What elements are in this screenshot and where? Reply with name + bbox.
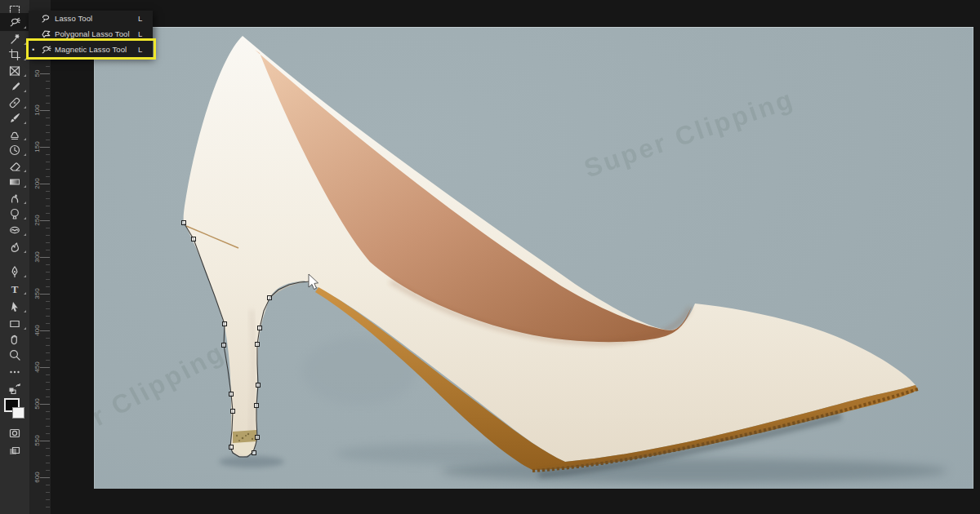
background-color-swatch[interactable] bbox=[12, 407, 24, 419]
hand-tool-icon[interactable] bbox=[0, 331, 29, 348]
menu-item-magnetic-lasso-tool[interactable]: ▪ Magnetic Lasso Tool L bbox=[29, 42, 153, 57]
ruler-label: 600 bbox=[33, 468, 42, 486]
ruler-label: 400 bbox=[33, 321, 42, 339]
shoe-image: Super Clipping Super Clipping bbox=[94, 27, 973, 489]
watermark-text: Super Clipping bbox=[94, 337, 229, 466]
brush-tool-icon[interactable] bbox=[0, 110, 29, 126]
clone-stamp-tool-icon[interactable] bbox=[0, 126, 29, 143]
swap-colors-icon[interactable] bbox=[0, 380, 29, 397]
type-tool-icon[interactable]: T bbox=[0, 281, 29, 297]
lasso-tool-icon[interactable] bbox=[0, 13, 29, 31]
ruler-label: 550 bbox=[33, 432, 42, 450]
more-options-icon[interactable] bbox=[0, 364, 29, 380]
gradient-tool-icon[interactable] bbox=[0, 174, 29, 190]
screen-mode-icon[interactable] bbox=[0, 443, 29, 459]
menu-item-polygonal-lasso-tool[interactable]: Polygonal Lasso Tool L bbox=[29, 26, 153, 42]
vertical-ruler[interactable]: 50 100 150 200 250 300 350 400 450 500 5… bbox=[29, 0, 51, 514]
pen-tool-icon[interactable] bbox=[0, 264, 29, 280]
ruler-label: 200 bbox=[33, 175, 42, 193]
smudge-tool-icon[interactable] bbox=[0, 190, 29, 206]
eyedropper-tool-icon[interactable] bbox=[0, 78, 29, 95]
path-select-tool-icon[interactable] bbox=[0, 299, 29, 315]
quick-mask-icon[interactable] bbox=[0, 425, 29, 441]
menu-item-label: Polygonal Lasso Tool bbox=[55, 29, 138, 38]
healing-brush-tool-icon[interactable] bbox=[0, 95, 29, 111]
watermark-text: Super Clipping bbox=[581, 84, 799, 184]
tool-bar: T bbox=[0, 0, 30, 514]
polygonal-lasso-icon bbox=[38, 29, 55, 39]
magic-wand-tool-icon[interactable] bbox=[0, 31, 29, 47]
photoshop-window: T 50 10 bbox=[0, 0, 980, 514]
ruler-label: 300 bbox=[33, 248, 42, 266]
burn-tool-icon[interactable] bbox=[0, 239, 29, 255]
ruler-label: 350 bbox=[33, 285, 42, 303]
shape-tool-icon[interactable] bbox=[0, 316, 29, 332]
menu-item-label: Magnetic Lasso Tool bbox=[55, 45, 138, 54]
ruler-label: 450 bbox=[33, 358, 42, 376]
lasso-flyout-menu: Lasso Tool L Polygonal Lasso Tool L ▪ Ma… bbox=[29, 11, 153, 58]
menu-item-shortcut: L bbox=[138, 45, 153, 54]
ruler-label: 100 bbox=[33, 101, 42, 119]
menu-item-label: Lasso Tool bbox=[55, 14, 138, 23]
zoom-tool-icon[interactable] bbox=[0, 347, 29, 363]
ruler-label: 250 bbox=[33, 211, 42, 229]
sponge-tool-icon[interactable] bbox=[0, 222, 29, 238]
svg-text:T: T bbox=[11, 283, 19, 295]
foreground-background-colors[interactable] bbox=[0, 397, 29, 422]
frame-tool-icon[interactable] bbox=[0, 63, 29, 79]
menu-item-lasso-tool[interactable]: Lasso Tool L bbox=[29, 11, 153, 26]
lasso-icon bbox=[38, 13, 55, 24]
dodge-tool-icon[interactable] bbox=[0, 206, 29, 222]
eraser-tool-icon[interactable] bbox=[0, 158, 29, 175]
shoe bbox=[184, 36, 918, 475]
ruler-label: 50 bbox=[33, 64, 42, 82]
history-brush-tool-icon[interactable] bbox=[0, 142, 29, 158]
menu-item-shortcut: L bbox=[138, 29, 153, 38]
menu-item-shortcut: L bbox=[138, 14, 153, 23]
selected-marker: ▪ bbox=[29, 46, 38, 53]
ruler-label: 150 bbox=[33, 138, 42, 156]
document-canvas[interactable]: Super Clipping Super Clipping bbox=[94, 27, 973, 489]
magnetic-lasso-icon bbox=[38, 44, 55, 55]
crop-tool-icon[interactable] bbox=[0, 47, 29, 63]
ruler-label: 500 bbox=[33, 395, 42, 413]
